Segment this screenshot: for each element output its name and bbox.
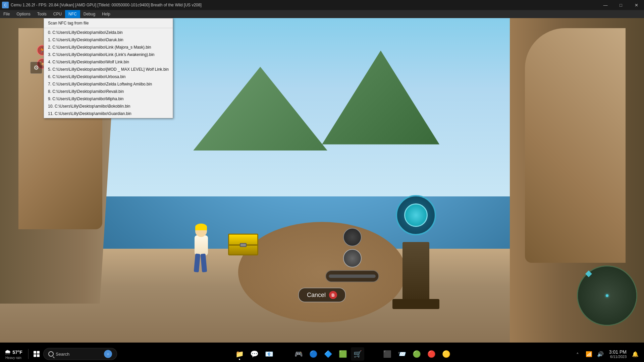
taskbar-icon-calc[interactable]: 🖩 [366,347,379,361]
taskbar-icon-terminal[interactable]: ⬛ [380,347,394,361]
menu-file[interactable]: File [0,10,13,18]
nfc-item-10[interactable]: 10. C:\Users\Lilly\Desktop\amiibo\Bokobl… [44,103,173,110]
nfc-item-11[interactable]: 11. C:\Users\Lilly\Desktop\amiibo\Guardi… [44,110,173,117]
nfc-item-0[interactable]: 0. C:\Users\Lilly\Desktop\amiibo\Zelda.b… [44,29,173,36]
taskbar-icon-red[interactable]: 🔴 [425,347,438,361]
windows-icon [34,351,40,357]
tray-chevron[interactable]: ^ [572,349,583,359]
minimap-player-dot [606,294,608,297]
cancel-button: Cancel B [298,288,346,302]
taskbar-divider-1 [28,349,29,359]
weather-condition: Heavy rain [5,356,21,360]
item-icon-2 [343,249,362,267]
taskbar-icon-pycharm[interactable]: 🟡 [439,347,453,361]
menu-nfc[interactable]: NFC [65,10,80,18]
nfc-item-9[interactable]: 9. C:\Users\Lilly\Desktop\amiibo\Mipha.b… [44,95,173,103]
nfc-item-1[interactable]: 1. C:\Users\Lilly\Desktop\amiibo\Daruk.b… [44,36,173,44]
menu-cpu[interactable]: CPU [50,10,65,18]
menu-help[interactable]: Help [99,10,114,18]
treasure-chest [228,234,258,255]
minimize-button[interactable]: — [598,0,613,10]
start-button[interactable] [30,347,43,361]
dropdown-separator [44,28,173,28]
taskbar-icon-outlook[interactable]: 📨 [395,347,409,361]
nfc-scan-file-item[interactable]: Scan NFC tag from file [44,19,173,27]
app-icon: C [2,2,9,8]
weather-icon: 🌧 [4,348,11,356]
titlebar-left: C Cemu 1.26.2f - FPS: 20.84 [Vulkan] [AM… [0,0,202,10]
taskbar-icon-epic[interactable]: 🛒 [351,347,364,361]
taskbar-icon-file-explorer[interactable]: 📁 [233,347,246,361]
taskbar-icon-teams[interactable]: 💬 [248,347,261,361]
taskbar-icon-onedrive[interactable]: ☁ [277,347,290,361]
cancel-label: Cancel [307,292,326,299]
titlebar-controls: — □ ✕ [598,0,644,10]
titlebar: C Cemu 1.26.2f - FPS: 20.84 [Vulkan] [AM… [0,0,644,10]
notification-icon[interactable]: 🔔 [630,349,641,359]
sheikah-pedestal [382,175,449,309]
search-label: Search [56,352,69,357]
taskbar-icon-minecraft[interactable]: 🟩 [336,347,350,361]
item-icon-1 [343,228,362,246]
nfc-item-6[interactable]: 6. C:\Users\Lilly\Desktop\amiibo\Urbosa.… [44,73,173,80]
nfc-item-4[interactable]: 4. C:\Users\Lilly\Desktop\amiibo\Wolf Li… [44,58,173,66]
taskbar: 🌧 57°F Heavy rain Search ○ 📁 💬 📧 ☁ 🎮 🔵 🔷… [0,346,644,362]
taskbar-icon-discord[interactable]: 🎮 [292,347,305,361]
taskbar-weather: 🌧 57°F Heavy rain [0,348,27,360]
close-button[interactable]: ✕ [629,0,644,10]
search-icon [48,351,54,357]
search-button[interactable]: Search ○ [43,348,117,360]
taskbar-icon-mail[interactable]: 📧 [262,347,276,361]
speaker-icon[interactable]: 🔊 [595,349,606,359]
nfc-item-3[interactable]: 3. C:\Users\Lilly\Desktop\amiibo\Link (L… [44,51,173,58]
hud-right-items [325,228,379,282]
wifi-icon[interactable]: 📶 [584,349,594,359]
nfc-dropdown: Scan NFC tag from file 0. C:\Users\Lilly… [44,18,173,118]
character [188,225,215,276]
cortana-icon: ○ [104,350,112,358]
right-arch [525,28,626,263]
taskbar-center: 📁 💬 📧 ☁ 🎮 🔵 🔷 🟩 🛒 🖩 ⬛ 📨 🟢 🔴 🟡 [117,347,569,361]
title-text: Cemu 1.26.2f - FPS: 20.84 [Vulkan] [AMD … [11,3,202,7]
clock-time: 3:01 PM [609,349,627,355]
nfc-item-7[interactable]: 7. C:\Users\Lilly\Desktop\amiibo\Zelda L… [44,80,173,88]
stamina-bar [325,270,379,282]
menubar: File Options Tools CPU NFC Debug Help [0,10,644,18]
nfc-item-2[interactable]: 2. C:\Users\Lilly\Desktop\amiibo\Link (M… [44,44,173,51]
temperature: 57°F [12,350,22,355]
nfc-item-5[interactable]: 5. C:\Users\Lilly\Desktop\amiibo\[MOD _ … [44,66,173,73]
taskbar-icon-chrome[interactable]: 🔵 [307,347,320,361]
clock-date: 6/11/2023 [610,355,627,359]
maximize-button[interactable]: □ [613,0,629,10]
taskbar-right: ^ 📶 🔊 3:01 PM 6/11/2023 🔔 [569,348,644,360]
menu-options[interactable]: Options [13,10,34,18]
menu-tools[interactable]: Tools [34,10,50,18]
b-button-icon: B [329,291,337,299]
nfc-item-8[interactable]: 8. C:\Users\Lilly\Desktop\amiibo\Revali.… [44,88,173,95]
floor-pattern [238,222,406,322]
menu-debug[interactable]: Debug [80,10,99,18]
taskbar-clock[interactable]: 3:01 PM 6/11/2023 [606,348,629,360]
sheikah-sensor-icon: ⚙ [30,62,42,74]
taskbar-icon-edge[interactable]: 🔷 [321,347,335,361]
taskbar-icon-spotify[interactable]: 🟢 [410,347,423,361]
